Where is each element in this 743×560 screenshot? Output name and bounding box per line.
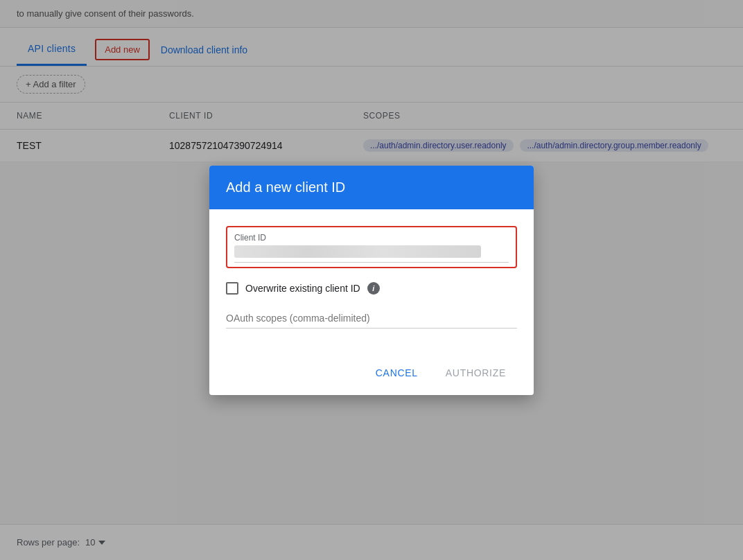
authorize-button[interactable]: AUTHORIZE bbox=[435, 362, 517, 384]
overwrite-checkbox[interactable] bbox=[226, 282, 238, 295]
cancel-button[interactable]: CANCEL bbox=[365, 362, 429, 384]
client-id-masked-value bbox=[234, 245, 481, 258]
oauth-scopes-group bbox=[226, 308, 517, 329]
overwrite-label: Overwrite existing client ID bbox=[245, 283, 360, 294]
oauth-scopes-input[interactable] bbox=[226, 308, 517, 329]
client-id-label: Client ID bbox=[234, 233, 509, 243]
modal-header: Add a new client ID bbox=[209, 166, 534, 209]
client-id-underline bbox=[234, 262, 509, 263]
overwrite-checkbox-row: Overwrite existing client ID i bbox=[226, 282, 517, 295]
overwrite-info-icon[interactable]: i bbox=[367, 282, 380, 295]
modal-title: Add a new client ID bbox=[226, 180, 517, 195]
modal-overlay: Add a new client ID Client ID Overwrite … bbox=[0, 0, 743, 560]
modal-footer: CANCEL AUTHORIZE bbox=[209, 351, 534, 395]
client-id-input-group: Client ID bbox=[226, 226, 517, 268]
add-client-id-modal: Add a new client ID Client ID Overwrite … bbox=[209, 166, 534, 395]
modal-body: Client ID Overwrite existing client ID i bbox=[209, 209, 534, 351]
